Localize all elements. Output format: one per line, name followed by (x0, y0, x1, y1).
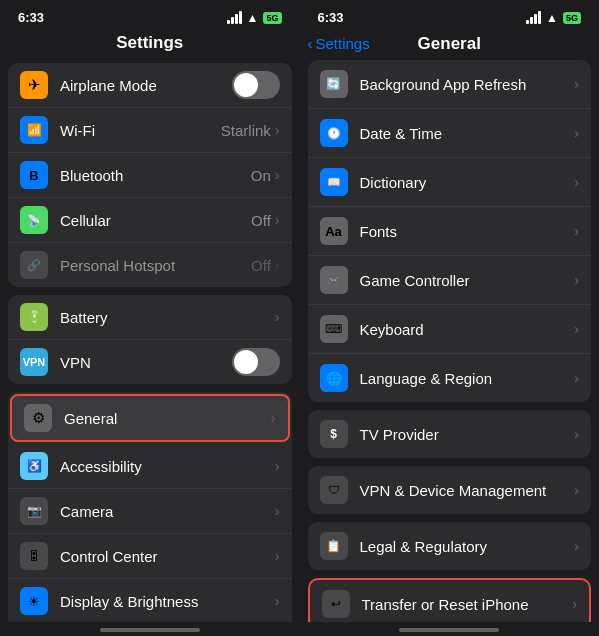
reset-section: ↩ Transfer or Reset iPhone › (308, 578, 592, 622)
signal-icon-right (526, 11, 541, 24)
dictionary-row[interactable]: 📖 Dictionary › (308, 158, 592, 207)
airplane-mode-row[interactable]: ✈ Airplane Mode (8, 63, 292, 108)
date-time-label: Date & Time (360, 125, 575, 142)
fonts-label: Fonts (360, 223, 575, 240)
transfer-reset-chevron: › (572, 596, 577, 612)
hotspot-label: Personal Hotspot (60, 257, 251, 274)
game-controller-chevron: › (574, 272, 579, 288)
fonts-icon: Aa (320, 217, 348, 245)
camera-row[interactable]: 📷 Camera › (8, 489, 292, 534)
control-center-label: Control Center (60, 548, 275, 565)
control-center-row[interactable]: 🎛 Control Center › (8, 534, 292, 579)
camera-chevron: › (275, 503, 280, 519)
nav-back-button[interactable]: ‹ Settings (308, 35, 370, 52)
status-bar-right: 6:33 ▲ 5G (300, 0, 600, 31)
legal-icon: 📋 (320, 532, 348, 560)
game-controller-icon: 🎮 (320, 266, 348, 294)
bg-refresh-chevron: › (574, 76, 579, 92)
keyboard-label: Keyboard (360, 321, 575, 338)
wifi-row-icon: 📶 (20, 116, 48, 144)
accessibility-chevron: › (275, 458, 280, 474)
vpn-device-icon: 🛡 (320, 476, 348, 504)
accessibility-row[interactable]: ♿ Accessibility › (8, 444, 292, 489)
status-icons-left: ▲ 5G (227, 11, 282, 25)
airplane-toggle[interactable] (232, 71, 280, 99)
tv-section: $ TV Provider › (308, 410, 592, 458)
cellular-value: Off (251, 212, 271, 229)
vpn-device-label: VPN & Device Management (360, 482, 575, 499)
vpn-device-row[interactable]: 🛡 VPN & Device Management › (308, 466, 592, 514)
cellular-label: Cellular (60, 212, 251, 229)
wifi-row[interactable]: 📶 Wi-Fi Starlink › (8, 108, 292, 153)
bluetooth-value: On (251, 167, 271, 184)
legal-chevron: › (574, 538, 579, 554)
hotspot-row[interactable]: 🔗 Personal Hotspot Off › (8, 243, 292, 287)
legal-label: Legal & Regulatory (360, 538, 575, 555)
vpn-icon: VPN (20, 348, 48, 376)
general-chevron: › (271, 410, 276, 426)
cellular-icon: 📡 (20, 206, 48, 234)
right-panel: 6:33 ▲ 5G ‹ Settings General 🔄 Backgroun… (300, 0, 600, 636)
hotspot-chevron: › (275, 257, 280, 273)
vpn-row[interactable]: VPN VPN (8, 340, 292, 384)
control-center-chevron: › (275, 548, 280, 564)
wifi-icon-right: ▲ (546, 11, 558, 25)
bg-refresh-icon: 🔄 (320, 70, 348, 98)
legal-row[interactable]: 📋 Legal & Regulatory › (308, 522, 592, 570)
bluetooth-chevron: › (275, 167, 280, 183)
home-indicator-left (100, 628, 200, 632)
battery-badge-right: 5G (563, 12, 581, 24)
cellular-row[interactable]: 📡 Cellular Off › (8, 198, 292, 243)
transfer-reset-label: Transfer or Reset iPhone (362, 596, 573, 613)
display-label: Display & Brightness (60, 593, 275, 610)
accessibility-label: Accessibility (60, 458, 275, 475)
bluetooth-row[interactable]: B Bluetooth On › (8, 153, 292, 198)
keyboard-row[interactable]: ⌨ Keyboard › (308, 305, 592, 354)
vpn-toggle[interactable] (232, 348, 280, 376)
hotspot-value: Off (251, 257, 271, 274)
settings-list: ✈ Airplane Mode 📶 Wi-Fi Starlink › B Blu… (0, 63, 300, 622)
battery-icon: 🔋 (20, 303, 48, 331)
display-icon: ☀ (20, 587, 48, 615)
status-icons-right: ▲ 5G (526, 11, 581, 25)
cellular-chevron: › (275, 212, 280, 228)
bluetooth-label: Bluetooth (60, 167, 251, 184)
dictionary-icon: 📖 (320, 168, 348, 196)
transfer-reset-icon: ↩ (322, 590, 350, 618)
control-center-icon: 🎛 (20, 542, 48, 570)
game-controller-label: Game Controller (360, 272, 575, 289)
general-settings-list: 🔄 Background App Refresh › 🕐 Date & Time… (300, 60, 600, 622)
keyboard-icon: ⌨ (320, 315, 348, 343)
wifi-label: Wi-Fi (60, 122, 221, 139)
date-time-row[interactable]: 🕐 Date & Time › (308, 109, 592, 158)
transfer-reset-row[interactable]: ↩ Transfer or Reset iPhone › (310, 580, 590, 622)
hotspot-icon: 🔗 (20, 251, 48, 279)
airplane-icon: ✈ (20, 71, 48, 99)
general-row[interactable]: ⚙ General › (10, 394, 290, 442)
camera-icon: 📷 (20, 497, 48, 525)
tv-provider-row[interactable]: $ TV Provider › (308, 410, 592, 458)
fonts-row[interactable]: Aa Fonts › (308, 207, 592, 256)
system-section: ⚙ General › ♿ Accessibility › 📷 Camera ›… (8, 392, 292, 622)
battery-label: Battery (60, 309, 275, 326)
display-row[interactable]: ☀ Display & Brightness › (8, 579, 292, 622)
language-label: Language & Region (360, 370, 575, 387)
bg-refresh-row[interactable]: 🔄 Background App Refresh › (308, 60, 592, 109)
status-bar-left: 6:33 ▲ 5G (0, 0, 300, 31)
tv-provider-icon: $ (320, 420, 348, 448)
time-right: 6:33 (318, 10, 344, 25)
language-row[interactable]: 🌐 Language & Region › (308, 354, 592, 402)
airplane-label: Airplane Mode (60, 77, 232, 94)
bluetooth-icon: B (20, 161, 48, 189)
language-chevron: › (574, 370, 579, 386)
camera-label: Camera (60, 503, 275, 520)
signal-icon (227, 11, 242, 24)
general-label: General (64, 410, 271, 427)
language-icon: 🌐 (320, 364, 348, 392)
dictionary-chevron: › (574, 174, 579, 190)
right-panel-title: General (418, 34, 481, 54)
game-controller-row[interactable]: 🎮 Game Controller › (308, 256, 592, 305)
battery-row[interactable]: 🔋 Battery › (8, 295, 292, 340)
display-chevron: › (275, 593, 280, 609)
wifi-value: Starlink (221, 122, 271, 139)
